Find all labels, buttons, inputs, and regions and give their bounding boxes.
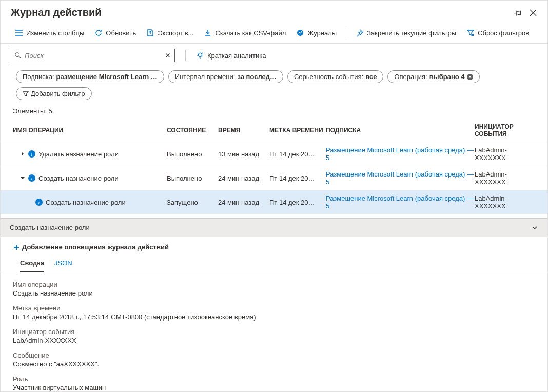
row-initiator: LabAdmin-XXXXXXX (475, 146, 535, 162)
add-filter-label: Добавить фильтр (31, 90, 85, 97)
filter-timespan-value: за послед… (237, 73, 277, 81)
section-title: Создать назначение роли (10, 224, 90, 231)
row-timestamp: Пт 14 дек 20… (269, 199, 326, 206)
table-row[interactable]: i Удалить назначение роли Выполнено 13 м… (1, 142, 547, 166)
filter-operation[interactable]: Операция: выбрано 4 (387, 70, 479, 83)
download-csv-label: Скачать как CSV-файл (215, 29, 286, 37)
filter-subscription[interactable]: Подписка: размещение Microsoft Learn … (16, 70, 164, 83)
row-subscription-link[interactable]: Размещение Microsoft Learn (рабочая сред… (326, 170, 475, 186)
reset-filters-button[interactable]: Сброс фильтров (462, 26, 533, 40)
row-time: 24 мин назад (218, 174, 269, 182)
table-row[interactable]: i Создать назначение роли Запущено 24 ми… (1, 190, 547, 214)
row-timestamp: Пт 14 дек 20… (269, 150, 326, 158)
elements-count: Элементы: 5. (1, 103, 547, 119)
filter-subscription-value: размещение Microsoft Learn … (56, 73, 158, 81)
col-header-initiator[interactable]: ИНИЦИАТОР СОБЫТИЯ (475, 123, 535, 138)
detail-initiator-value: LabAdmin-XXXXXXX (13, 337, 535, 344)
table-row[interactable]: i Создать назначение роли Выполнено 24 м… (1, 166, 547, 190)
col-header-timestamp[interactable]: МЕТКА ВРЕМЕНИ (269, 127, 326, 134)
add-filter-icon (23, 91, 29, 97)
row-status: Выполнено (167, 150, 218, 158)
pin-filters-label: Закрепить текущие фильтры (367, 29, 456, 37)
filter-operation-key: Операция: (394, 73, 427, 81)
search-icon (14, 52, 22, 59)
download-icon (204, 29, 212, 37)
edit-columns-label: Изменить столбцы (26, 29, 84, 37)
refresh-button[interactable]: Обновить (90, 26, 140, 40)
pin-filters-button[interactable]: Закрепить текущие фильтры (351, 26, 460, 40)
export-button[interactable]: Экспорт в... (142, 26, 198, 40)
filter-severity[interactable]: Серьезность события: все (287, 70, 383, 83)
lightbulb-icon (196, 51, 204, 60)
quick-insights-label: Краткая аналитика (207, 52, 266, 60)
row-subscription-link[interactable]: Размещение Microsoft Learn (рабочая сред… (326, 194, 475, 210)
filter-subscription-key: Подписка: (23, 73, 54, 81)
col-header-time[interactable]: ВРЕМЯ (218, 127, 269, 134)
row-operation: Создать назначение роли (38, 174, 119, 182)
svg-point-2 (199, 53, 202, 57)
clear-icon[interactable] (164, 52, 171, 59)
logs-label: Журналы (307, 29, 337, 37)
refresh-label: Обновить (106, 29, 136, 37)
close-icon[interactable] (529, 9, 537, 17)
row-time: 13 мин назад (218, 150, 269, 158)
row-time: 24 мин назад (218, 199, 269, 206)
table-header: ИМЯ ОПЕРАЦИИ СОСТОЯНИЕ ВРЕМЯ МЕТКА ВРЕМЕ… (1, 119, 547, 142)
quick-insights-button[interactable]: Краткая аналитика (196, 51, 266, 60)
columns-icon (15, 29, 23, 37)
pin-icon (356, 29, 364, 37)
svg-text:i: i (38, 200, 40, 205)
filter-timespan[interactable]: Интервал времени: за послед… (168, 70, 283, 83)
svg-text:i: i (31, 175, 33, 181)
filter-operation-value: выбрано 4 (429, 73, 465, 81)
chevron-down-icon[interactable] (20, 175, 25, 181)
info-icon: i (28, 174, 35, 182)
separator (185, 50, 186, 61)
detail-role-value: Участник виртуальных машин (13, 384, 535, 391)
row-timestamp: Пт 14 дек 20… (269, 174, 326, 182)
toolbar-separator (346, 28, 346, 38)
tab-json[interactable]: JSON (54, 257, 72, 272)
detail-timestamp-label: Метка времени (13, 304, 535, 312)
chevron-down-icon (531, 224, 538, 231)
col-header-operation[interactable]: ИМЯ ОПЕРАЦИИ (13, 127, 167, 134)
logs-button[interactable]: Журналы (292, 26, 341, 40)
edit-columns-button[interactable]: Изменить столбцы (11, 26, 88, 40)
row-initiator: LabAdmin-XXXXXXX (475, 194, 535, 210)
svg-text:i: i (31, 151, 33, 157)
info-icon: i (28, 150, 35, 158)
export-label: Экспорт в... (158, 29, 193, 37)
filter-severity-key: Серьезность события: (294, 73, 363, 81)
logs-icon (296, 29, 304, 37)
detail-operation-value: Создать назначение роли (13, 289, 535, 297)
detail-timestamp-value: Пт 14 декабря 2018 г., 17:53:14 GMT-0800… (13, 313, 535, 321)
add-alert-button[interactable]: Добавление оповещения журнала действий (1, 237, 547, 257)
detail-message-value: Совместно с "aaXXXXXXX". (13, 360, 535, 368)
remove-filter-icon[interactable] (467, 74, 473, 80)
row-status: Запущено (167, 199, 218, 206)
page-title: Журнал действий (11, 7, 514, 18)
row-operation: Создать назначение роли (46, 199, 126, 206)
chevron-right-icon[interactable] (20, 151, 25, 156)
download-csv-button[interactable]: Скачать как CSV-файл (200, 26, 290, 40)
row-subscription-link[interactable]: Размещение Microsoft Learn (рабочая сред… (326, 146, 475, 162)
col-header-subscription[interactable]: ПОДПИСКА (326, 127, 475, 134)
col-header-status[interactable]: СОСТОЯНИЕ (167, 127, 218, 134)
pin-icon[interactable] (514, 9, 522, 17)
row-status: Выполнено (167, 174, 218, 182)
filter-timespan-key: Интервал времени: (175, 73, 236, 81)
detail-initiator-label: Инициатор события (13, 328, 535, 336)
tab-summary[interactable]: Сводка (20, 257, 44, 272)
add-filter-button[interactable]: Добавить фильтр (16, 87, 92, 100)
detail-message-label: Сообщение (13, 351, 535, 359)
refresh-icon (94, 29, 103, 37)
reset-filters-label: Сброс фильтров (478, 29, 529, 37)
search-input[interactable] (22, 52, 164, 60)
filter-reset-icon (466, 29, 475, 37)
row-operation: Удалить назначение роли (38, 150, 119, 158)
export-icon (146, 29, 154, 37)
svg-point-1 (15, 53, 19, 57)
search-input-container[interactable] (11, 49, 175, 62)
details-section-header[interactable]: Создать назначение роли (1, 218, 547, 237)
filter-severity-value: все (365, 73, 377, 81)
